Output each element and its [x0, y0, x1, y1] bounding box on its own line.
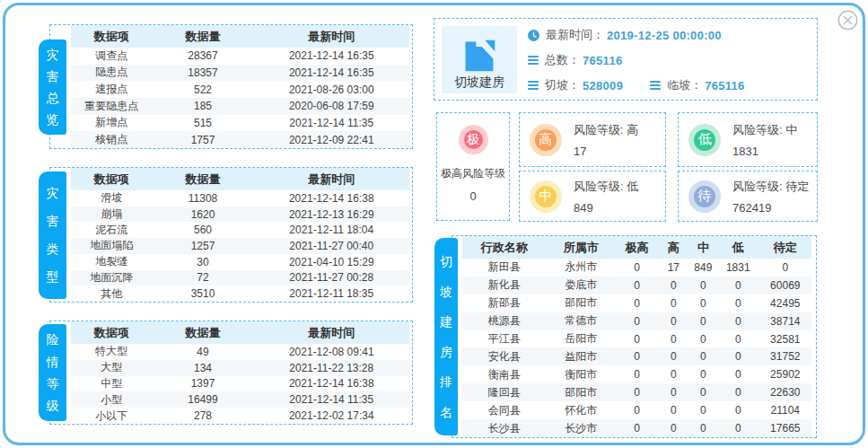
- stat-label: 总数：: [545, 52, 580, 68]
- tab-char: 灾: [47, 187, 59, 199]
- table-cell: 新增点: [71, 115, 152, 132]
- column-header: 最新时间: [254, 25, 409, 48]
- table-row: 新邵县邵阳市000042495: [462, 294, 811, 312]
- table-cell: 11308: [152, 190, 253, 206]
- table-row: 桃源县常德市000038714: [462, 312, 811, 330]
- table-cell: 小型: [71, 391, 152, 408]
- risk-card-pending: 待 风险等级: 待定 762419: [678, 171, 818, 222]
- column-header: 数据项: [71, 168, 152, 190]
- table-cell: 2021-08-26 03:00: [254, 81, 409, 98]
- high-badge: 高: [530, 124, 562, 156]
- table-cell: 隆回县: [462, 383, 546, 401]
- table-row: 小以下2782021-12-02 17:34: [71, 408, 409, 424]
- column-header: 数据量: [152, 25, 253, 48]
- table-cell: 0: [616, 401, 658, 419]
- table-cell: 0: [658, 401, 689, 419]
- stat-value: 528009: [583, 79, 623, 92]
- summary-title: 切坡建房: [454, 75, 504, 91]
- table-cell: 0: [717, 347, 759, 365]
- tab-disaster-type: 灾害类型: [39, 171, 66, 299]
- table-cell: 益阳市: [546, 347, 616, 365]
- tab-disaster-overview: 灾害总览: [39, 40, 66, 135]
- table-cell: 0: [616, 347, 658, 365]
- summary-stats: 最新时间： 2019-12-25 00:00:00 总数： 765116 切坡：…: [528, 27, 811, 93]
- tab-char: 型: [47, 270, 59, 283]
- table-cell: 0: [689, 365, 717, 383]
- risk-value: 849: [574, 201, 638, 215]
- cut-slope-icon: [460, 37, 499, 73]
- table-cell: 849: [689, 259, 717, 277]
- table-cell: 0: [717, 419, 759, 437]
- clock-icon: [528, 30, 539, 41]
- tab-char: 类: [47, 242, 59, 255]
- table-cell: 0: [658, 365, 689, 383]
- table-cell: 17: [658, 259, 689, 277]
- table-cell: 18357: [152, 65, 253, 82]
- table-cell: 522: [152, 81, 253, 98]
- table-cell: 0: [717, 330, 759, 348]
- table-cell: 新化县: [462, 277, 546, 294]
- table-cell: 0: [689, 419, 717, 437]
- table-cell: 1620: [152, 206, 253, 223]
- extreme-badge: 极: [459, 125, 488, 154]
- table-cell: 平江县: [462, 330, 546, 348]
- risk-label: 风险等级: 低: [574, 179, 638, 195]
- risk-value: 0: [469, 189, 476, 203]
- table-cell: 地面塌陷: [71, 238, 152, 254]
- table-cell: 38714: [759, 312, 811, 330]
- table-cell: 2021-12-14 16:35: [254, 48, 409, 65]
- tab-char: 切: [440, 255, 452, 268]
- tab-char: 排: [440, 375, 452, 388]
- table-cell: 0: [689, 347, 717, 365]
- table-cell: 28367: [152, 48, 253, 65]
- table-cell: 0: [689, 277, 717, 294]
- table-row: 地面沉降722021-11-27 00:28: [71, 270, 409, 286]
- stat-label: 最新时间：: [546, 27, 604, 43]
- table-cell: 0: [689, 330, 717, 348]
- table-row: 地面塌陷12572021-11-27 00:40: [71, 238, 409, 254]
- card-disaster-type: 灾害类型 数据项数据量最新时间滑坡113082021-12-14 16:38崩塌…: [49, 167, 413, 303]
- table-row: 大型1342021-11-22 13:28: [71, 360, 409, 376]
- table-cell: 0: [717, 277, 759, 294]
- table-row: 地裂缝302021-04-10 15:29: [71, 254, 409, 270]
- tab-char: 览: [47, 113, 59, 126]
- table-cell: 49: [152, 344, 253, 360]
- stat-value: 2019-12-25 00:00:00: [607, 29, 722, 42]
- table-cell: 崩塌: [71, 206, 152, 223]
- table-cell: 2021-11-27 00:40: [254, 238, 409, 254]
- table-cell: 0: [658, 347, 689, 365]
- table-cell: 核销点: [71, 131, 152, 148]
- close-button[interactable]: [837, 10, 858, 31]
- table-row: 隆回县邵阳市000022630: [462, 383, 811, 401]
- table-row: 新增点5152021-12-14 11:35: [71, 115, 409, 132]
- table-cell: 2021-11-22 13:28: [254, 360, 409, 376]
- table-cell: 185: [152, 98, 253, 115]
- table-cell: 60069: [759, 277, 811, 294]
- risk-card-medium: 中 风险等级: 低 849: [519, 171, 666, 222]
- table-cell: 134: [152, 360, 253, 376]
- table-cell: 永州市: [546, 259, 616, 277]
- table-cell: 隐患点: [71, 65, 152, 82]
- tab-char: 灾: [47, 48, 59, 61]
- tab-slope-ranking: 切坡建房排名: [434, 238, 458, 435]
- table-cell: 2021-12-02 17:34: [254, 408, 409, 424]
- table-cell: 0: [689, 312, 717, 330]
- table-cell: 560: [152, 222, 253, 238]
- risk-text: 风险等级: 中 1831: [732, 122, 797, 158]
- risk-card-high: 高 风险等级: 高 17: [519, 112, 666, 167]
- table-cell: 0: [689, 383, 717, 401]
- table-cell: 0: [616, 383, 658, 401]
- table-cell: 衡南县: [462, 365, 546, 383]
- table-cell: 0: [717, 365, 759, 383]
- column-header: 待定: [759, 236, 811, 259]
- disaster-overview-table: 数据项数据量最新时间调查点283672021-12-14 16:35隐患点183…: [71, 25, 409, 148]
- risk-label: 极高风险等级: [441, 166, 505, 181]
- table-row: 平江县岳阳市000032581: [462, 330, 811, 348]
- table-cell: 2021-11-27 00:28: [254, 270, 409, 286]
- table-header-row: 行政名称所属市极高高中低待定: [462, 236, 811, 259]
- table-cell: 30: [152, 254, 253, 270]
- table-row: 核销点17572021-12-09 22:41: [71, 131, 409, 148]
- column-header: 数据项: [71, 25, 152, 48]
- table-cell: 0: [616, 294, 658, 312]
- risk-label: 风险等级: 高: [574, 122, 638, 138]
